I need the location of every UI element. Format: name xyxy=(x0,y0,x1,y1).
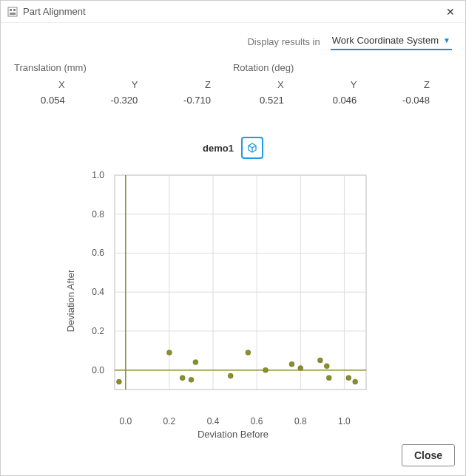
close-icon[interactable]: ✕ xyxy=(442,6,459,18)
svg-point-33 xyxy=(353,379,358,384)
x-tick: 0.4 xyxy=(207,416,220,426)
rotation-x-value: 0.521 xyxy=(233,95,306,106)
svg-point-28 xyxy=(298,366,303,371)
svg-point-21 xyxy=(180,375,185,381)
x-tick: 1.0 xyxy=(338,416,351,426)
x-tick: 0.0 xyxy=(119,416,132,426)
svg-point-20 xyxy=(166,350,172,355)
svg-rect-2 xyxy=(13,9,16,11)
translation-z-value: -0.710 xyxy=(160,95,233,106)
app-icon xyxy=(7,6,18,18)
translation-x-label: X xyxy=(14,79,87,90)
display-results-label: Display results in xyxy=(247,36,320,47)
y-tick: 1.0 xyxy=(78,170,104,180)
chevron-down-icon: ▼ xyxy=(443,36,450,44)
svg-point-30 xyxy=(324,364,329,369)
rotation-x-label: X xyxy=(233,79,306,90)
rotation-z-value: -0.048 xyxy=(379,95,452,106)
chart-legend: demo1 xyxy=(1,137,465,159)
y-tick: 0.0 xyxy=(78,365,104,375)
svg-rect-1 xyxy=(10,9,12,11)
svg-point-24 xyxy=(228,373,233,378)
rotation-y-label: Y xyxy=(306,79,379,90)
rotation-z-label: Z xyxy=(379,79,452,90)
svg-point-23 xyxy=(193,360,198,365)
translation-x-value: 0.054 xyxy=(14,95,87,106)
dialog-footer: Close xyxy=(402,444,455,466)
y-tick: 0.6 xyxy=(78,248,104,258)
svg-point-22 xyxy=(189,377,194,382)
title-bar: Part Alignment ✕ xyxy=(1,1,465,23)
svg-rect-4 xyxy=(115,175,366,390)
rotation-header: Rotation (deg) xyxy=(233,62,452,75)
window-title: Part Alignment xyxy=(23,6,442,17)
scatter-plot xyxy=(107,168,381,412)
rotation-y-value: 0.046 xyxy=(306,95,379,106)
deviation-chart: Deviation After 0.00.20.40.60.81.0 0.00.… xyxy=(78,168,388,434)
results-grid: Translation (mm) Rotation (deg) X Y Z X … xyxy=(1,56,465,106)
y-tick: 0.2 xyxy=(78,326,104,336)
svg-point-26 xyxy=(263,367,269,373)
svg-rect-0 xyxy=(8,7,17,16)
x-tick: 0.8 xyxy=(294,416,307,426)
dropdown-selected: Work Coordinate System xyxy=(332,35,439,46)
cube-icon[interactable] xyxy=(241,137,263,159)
translation-z-label: Z xyxy=(160,79,233,90)
svg-point-29 xyxy=(317,358,323,363)
close-button[interactable]: Close xyxy=(402,444,455,466)
y-tick: 0.4 xyxy=(78,287,104,297)
x-axis-label: Deviation Before xyxy=(197,429,269,440)
x-tick: 0.6 xyxy=(251,416,263,426)
svg-point-32 xyxy=(346,375,351,381)
legend-label: demo1 xyxy=(203,143,234,154)
svg-point-31 xyxy=(326,375,331,381)
y-axis-label: Deviation After xyxy=(65,270,76,333)
translation-y-label: Y xyxy=(87,79,161,90)
translation-y-value: -0.320 xyxy=(87,95,161,106)
x-tick: 0.2 xyxy=(163,416,176,426)
svg-rect-3 xyxy=(10,13,16,15)
svg-point-25 xyxy=(246,350,251,355)
svg-point-27 xyxy=(289,361,294,367)
coordinate-system-dropdown[interactable]: Work Coordinate System ▼ xyxy=(331,33,452,50)
svg-point-19 xyxy=(116,379,121,384)
display-results-row: Display results in Work Coordinate Syste… xyxy=(1,23,465,56)
translation-header: Translation (mm) xyxy=(14,62,233,75)
y-tick: 0.8 xyxy=(78,209,104,220)
